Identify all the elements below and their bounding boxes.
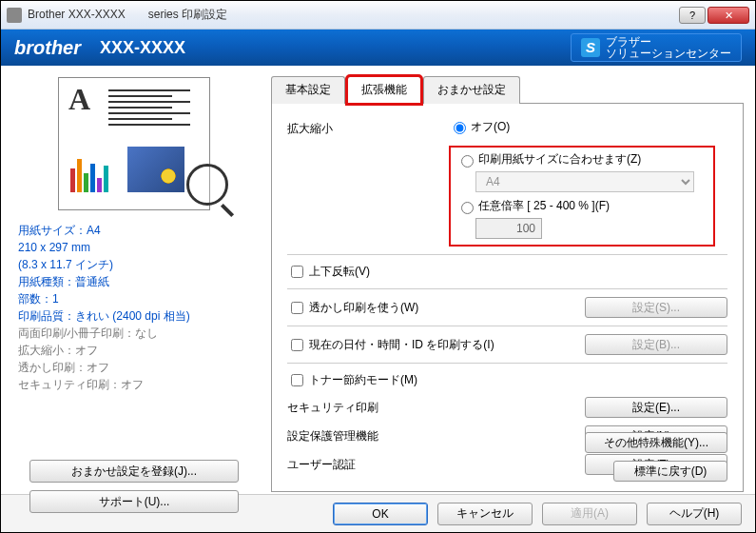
settings-summary: 用紙サイズ：A4 210 x 297 mm (8.3 x 11.7 インチ) 用…	[18, 224, 250, 392]
datetime-checkbox[interactable]	[291, 339, 303, 351]
apply-button[interactable]: 適用(A)	[542, 503, 637, 525]
titlebar: Brother XXX-XXXX series 印刷設定 ? ✕	[1, 1, 755, 30]
brand-bar: brother XXX-XXXX S ブラザー ソリューションセンター	[1, 30, 755, 66]
toner-save-checkbox[interactable]	[291, 374, 303, 386]
security-print-settings-button[interactable]: 設定(E)...	[585, 397, 727, 418]
flip-checkbox[interactable]	[291, 266, 303, 278]
magnifier-icon	[186, 164, 228, 206]
window-title: Brother XXX-XXXX series 印刷設定	[28, 7, 679, 23]
summary-quality: 印刷品質：きれい (2400 dpi 相当)	[18, 309, 250, 324]
summary-copies: 部数：1	[18, 292, 250, 306]
summary-duplex: 両面印刷/小冊子印刷：なし	[18, 326, 250, 341]
flip-label: 上下反転(V)	[309, 264, 370, 280]
scaling-fit-radio[interactable]: 印刷用紙サイズに合わせます(Z)	[456, 151, 708, 168]
tabs: 基本設定 拡張機能 おまかせ設定	[271, 75, 744, 104]
summary-paper-in: (8.3 x 11.7 インチ)	[18, 258, 250, 272]
tab-body-advanced: 拡大縮小 オフ(O) 印刷用紙サイズに合わせます(Z) A4	[271, 104, 744, 492]
tab-basic[interactable]: 基本設定	[271, 76, 345, 104]
print-settings-window: Brother XXX-XXXX series 印刷設定 ? ✕ brother…	[0, 0, 756, 533]
preview-thumbnail: A	[58, 77, 210, 210]
datetime-settings-button[interactable]: 設定(B)...	[585, 334, 727, 355]
datetime-label: 現在の日付・時間・ID を印刷する(I)	[309, 337, 494, 353]
app-icon	[7, 8, 22, 23]
cancel-button[interactable]: キャンセル	[437, 503, 533, 525]
security-print-label: セキュリティ印刷	[287, 400, 585, 416]
solution-center-button[interactable]: S ブラザー ソリューションセンター	[571, 33, 742, 62]
tab-auto[interactable]: おまかせ設定	[423, 76, 520, 104]
restore-defaults-button[interactable]: 標準に戻す(D)	[613, 461, 727, 482]
watermark-label: 透かし印刷を使う(W)	[309, 300, 418, 316]
help-button[interactable]: ヘルプ(H)	[647, 503, 742, 525]
tab-advanced[interactable]: 拡張機能	[347, 76, 421, 104]
summary-paper-type: 用紙種類：普通紙	[18, 275, 250, 289]
summary-scaling: 拡大縮小：オフ	[18, 344, 250, 358]
scaling-ratio-radio[interactable]: 任意倍率 [ 25 - 400 % ](F)	[456, 198, 708, 214]
scaling-ratio-input[interactable]	[475, 218, 542, 239]
userauth-label: ユーザー認証	[287, 457, 585, 473]
ok-button[interactable]: OK	[333, 503, 428, 525]
watermark-settings-button[interactable]: 設定(S)...	[585, 297, 727, 318]
solution-line2: ソリューションセンター	[606, 48, 731, 59]
scaling-label: 拡大縮小	[287, 121, 449, 137]
close-button[interactable]: ✕	[708, 7, 749, 24]
save-auto-settings-button[interactable]: おまかせ設定を登録(J)...	[29, 460, 239, 483]
admin-label: 設定保護管理機能	[287, 428, 585, 444]
left-panel: A 用紙サイズ：A4 210 x 297 mm (8.3 x 11.7 インチ)…	[1, 66, 267, 494]
right-panel: 基本設定 拡張機能 おまかせ設定 拡大縮小 オフ(O)	[267, 66, 755, 494]
summary-paper-mm: 210 x 297 mm	[18, 241, 250, 255]
toner-save-label: トナー節約モード(M)	[309, 372, 417, 388]
solution-center-icon: S	[581, 38, 600, 57]
summary-paper-size: 用紙サイズ：A4	[18, 224, 250, 238]
summary-security: セキュリティ印刷：オフ	[18, 378, 250, 392]
watermark-checkbox[interactable]	[291, 302, 303, 314]
scaling-highlight-box: 印刷用紙サイズに合わせます(Z) A4 任意倍率 [ 25 - 400 % ](…	[449, 146, 715, 247]
help-titlebar-button[interactable]: ?	[679, 7, 706, 24]
scaling-fit-select[interactable]: A4	[475, 171, 694, 192]
scaling-off-radio[interactable]: オフ(O)	[449, 119, 727, 135]
other-special-button[interactable]: その他特殊機能(Y)...	[585, 432, 727, 453]
brand-model: XXX-XXXX	[100, 38, 185, 58]
brand-logo: brother	[14, 37, 81, 59]
support-button[interactable]: サポート(U)...	[29, 490, 239, 513]
summary-watermark: 透かし印刷：オフ	[18, 361, 250, 375]
